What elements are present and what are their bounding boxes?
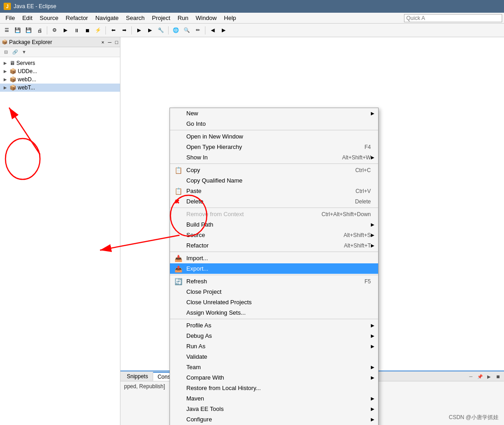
- ctx-source[interactable]: Source Alt+Shift+S ▶: [170, 230, 378, 240]
- ctx-delete[interactable]: ✖ Delete Delete: [170, 196, 378, 207]
- ctx-copy[interactable]: 📋 Copy Ctrl+C: [170, 165, 378, 175]
- refresh-icon: 🔄: [175, 278, 182, 285]
- main-toolbar: ☰ 💾 💾 🖨 ⚙ ▶ ⏸ ⏹ ⚡ ⬅ ➡ ▶ ▶ 🔧 🌐 🔍 ✏ ◀ ▶: [0, 24, 504, 37]
- toolbar-back-btn[interactable]: ◀: [208, 25, 218, 35]
- ctx-build-path[interactable]: Build Path ▶: [170, 219, 378, 230]
- menu-help[interactable]: Help: [220, 14, 240, 22]
- toolbar-save-btn[interactable]: 💾: [13, 25, 23, 35]
- ctx-team[interactable]: Team ▶: [170, 362, 378, 372]
- ctx-maven-label: Maven: [186, 395, 204, 402]
- ctx-open-type-hierarchy[interactable]: Open Type Hierarchy F4: [170, 142, 378, 152]
- import-icon: 📥: [175, 255, 182, 262]
- ctx-new-arrow: ▶: [371, 111, 374, 116]
- tree-arrow-webt: ▶: [4, 85, 8, 90]
- menu-run[interactable]: Run: [174, 14, 192, 22]
- toolbar-debug-btn[interactable]: ⚙: [50, 25, 60, 35]
- ctx-close-unrelated[interactable]: Close Unrelated Projects: [170, 297, 378, 307]
- ctx-maven[interactable]: Maven ▶: [170, 393, 378, 404]
- panel-min-icon[interactable]: ─: [108, 40, 112, 45]
- ctx-run-as-label: Run As: [186, 343, 205, 350]
- panel-close-icon[interactable]: ×: [101, 40, 104, 45]
- tree-item-webt[interactable]: ▶ 📦 webT...: [0, 84, 120, 92]
- right-panel: New ▶ Go Into Open in New Window Open Ty…: [120, 37, 504, 425]
- toolbar-disconnect-btn[interactable]: ⚡: [93, 25, 103, 35]
- tree-item-servers[interactable]: ▶ 🖥 Servers: [0, 59, 120, 67]
- toolbar-search-btn[interactable]: 🔍: [182, 25, 192, 35]
- ctx-restore-history[interactable]: Restore from Local History...: [170, 383, 378, 393]
- ctx-open-new-window[interactable]: Open in New Window: [170, 131, 378, 142]
- toolbar-run3-btn[interactable]: ▶: [145, 25, 155, 35]
- ctx-profile-as-label: Profile As: [186, 322, 211, 329]
- menu-file[interactable]: File: [2, 14, 19, 22]
- ctx-paste-shortcut: Ctrl+V: [355, 188, 371, 194]
- menu-edit[interactable]: Edit: [19, 14, 36, 22]
- ctx-refresh[interactable]: 🔄 Refresh F5: [170, 276, 378, 287]
- menu-project[interactable]: Project: [148, 14, 174, 22]
- title-bar: J Java EE - Eclipse: [0, 0, 504, 13]
- toolbar-next-btn[interactable]: ➡: [119, 25, 129, 35]
- ctx-new[interactable]: New ▶: [170, 108, 378, 119]
- tree-item-udde[interactable]: ▶ 📦 UDDe...: [0, 67, 120, 75]
- menu-navigate[interactable]: Navigate: [92, 14, 122, 22]
- toolbar-ext-btn[interactable]: 🔧: [156, 25, 166, 35]
- ctx-sep-1: [170, 130, 378, 130]
- package-explorer-tree: ▶ 🖥 Servers ▶ 📦 UDDe... ▶ 📦 webD... ▶ 📦 …: [0, 57, 120, 425]
- quick-access-input[interactable]: [404, 14, 502, 22]
- ctx-profile-as[interactable]: Profile As ▶: [170, 320, 378, 331]
- ctx-close-project-label: Close Project: [186, 288, 221, 295]
- toolbar-sep-2: [105, 26, 106, 35]
- ctx-close-project[interactable]: Close Project: [170, 287, 378, 297]
- bottom-toolbar: ─ 📌 ▶ ⏹: [467, 371, 502, 381]
- ctx-java-ee-tools[interactable]: Java EE Tools ▶: [170, 404, 378, 414]
- ctx-sep-4: [170, 252, 378, 252]
- ctx-refresh-shortcut: F5: [364, 278, 371, 285]
- ctx-run-as[interactable]: Run As ▶: [170, 341, 378, 351]
- ctx-compare-with[interactable]: Compare With ▶: [170, 372, 378, 383]
- ctx-configure[interactable]: Configure ▶: [170, 414, 378, 425]
- ctx-build-path-arrow: ▶: [371, 222, 374, 227]
- ctx-copy-shortcut: Ctrl+C: [355, 167, 371, 173]
- menu-refactor[interactable]: Refactor: [62, 14, 92, 22]
- menu-window[interactable]: Window: [192, 14, 220, 22]
- ctx-paste[interactable]: 📋 Paste Ctrl+V: [170, 186, 378, 196]
- toolbar-print-btn[interactable]: 🖨: [35, 25, 45, 35]
- panel-max-icon[interactable]: □: [115, 40, 118, 45]
- bottom-min-btn[interactable]: ─: [467, 372, 475, 381]
- toolbar-run-btn[interactable]: ▶: [60, 25, 70, 35]
- bottom-stop-btn[interactable]: ⏹: [494, 372, 502, 381]
- toolbar-new-btn[interactable]: ☰: [2, 25, 12, 35]
- menu-search[interactable]: Search: [122, 14, 148, 22]
- ctx-show-in[interactable]: Show In Alt+Shift+W ▶: [170, 152, 378, 163]
- ctx-export[interactable]: 📤 Export...: [170, 263, 378, 274]
- panel-menu-btn[interactable]: ▼: [20, 48, 28, 56]
- tree-arrow-udde: ▶: [4, 69, 8, 74]
- ctx-debug-as[interactable]: Debug As ▶: [170, 331, 378, 341]
- toolbar-fwd-btn[interactable]: ▶: [219, 25, 229, 35]
- delete-icon: ✖: [175, 198, 180, 205]
- package-explorer-panel: 📦 Package Explorer × ─ □ ⊟ 🔗 ▼ ▶ 🖥 Serve…: [0, 37, 120, 425]
- toolbar-prev-btn[interactable]: ⬅: [108, 25, 118, 35]
- link-editor-btn[interactable]: 🔗: [11, 48, 19, 56]
- toolbar-stop-btn[interactable]: ⏹: [82, 25, 92, 35]
- tree-item-webd[interactable]: ▶ 📦 webD...: [0, 75, 120, 84]
- ctx-assign-working[interactable]: Assign Working Sets...: [170, 307, 378, 318]
- menu-source[interactable]: Source: [36, 14, 62, 22]
- ctx-validate[interactable]: Validate: [170, 351, 378, 362]
- toolbar-pause-btn[interactable]: ⏸: [71, 25, 81, 35]
- ctx-import[interactable]: 📥 Import...: [170, 253, 378, 263]
- bottom-run-btn[interactable]: ▶: [485, 372, 493, 381]
- ctx-open-new-window-label: Open in New Window: [186, 133, 243, 140]
- ctx-go-into[interactable]: Go Into: [170, 119, 378, 129]
- collapse-all-btn[interactable]: ⊟: [2, 48, 10, 56]
- tab-snippets[interactable]: Snippets: [122, 372, 153, 381]
- toolbar-sep-5: [205, 26, 205, 35]
- ctx-refactor[interactable]: Refactor Alt+Shift+T ▶: [170, 240, 378, 251]
- ctx-copy-qualified[interactable]: Copy Qualified Name: [170, 175, 378, 186]
- toolbar-save-all-btn[interactable]: 💾: [24, 25, 34, 35]
- ctx-sep-5: [170, 275, 378, 275]
- toolbar-pencil-btn[interactable]: ✏: [193, 25, 203, 35]
- ctx-run-as-arrow: ▶: [371, 344, 374, 349]
- bottom-pin-btn[interactable]: 📌: [476, 372, 484, 381]
- toolbar-run2-btn[interactable]: ▶: [134, 25, 144, 35]
- toolbar-browser-btn[interactable]: 🌐: [171, 25, 181, 35]
